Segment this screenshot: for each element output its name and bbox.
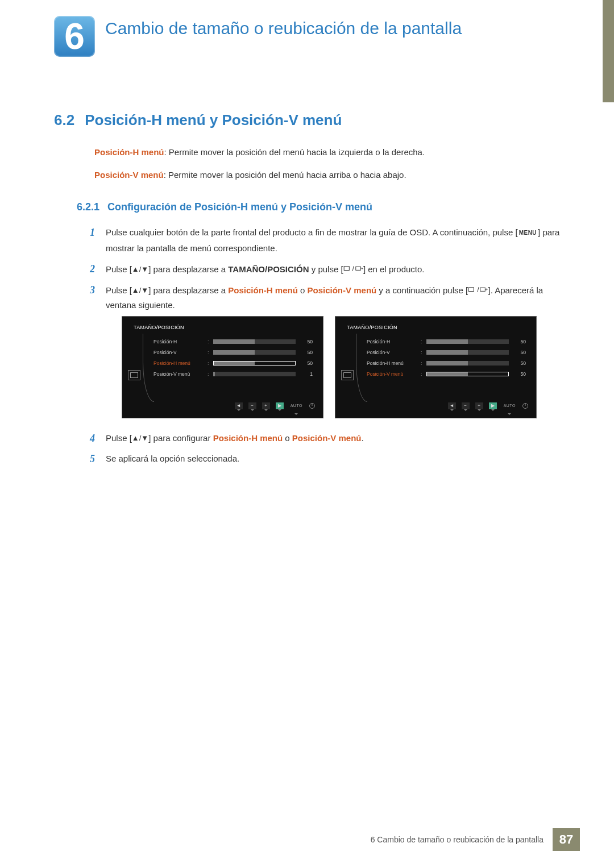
osd-left-button[interactable]: ◄: [235, 402, 243, 409]
intro-text-2: : Permite mover la posición del menú hac…: [164, 170, 406, 180]
step-number: 1: [90, 225, 106, 256]
section-heading: 6.2Posición-H menú y Posición-V menú: [54, 111, 342, 129]
step-highlight: Posición-H menú: [228, 285, 298, 295]
intro-text-1: : Permite mover la posición del menú hac…: [164, 147, 425, 157]
step-2: 2 Pulse [▲/▼] para desplazarse a TAMAÑO/…: [90, 261, 560, 277]
step-3: 3 Pulse [▲/▼] para desplazarse a Posició…: [90, 283, 560, 425]
step-text: Pulse [: [106, 285, 132, 295]
step-text: ] para desplazarse a: [148, 285, 228, 295]
osd-item-bar: [213, 339, 296, 344]
section-number: 6.2: [54, 111, 74, 128]
up-down-icon: ▲/▼: [132, 265, 148, 273]
step-text: y pulse [: [309, 264, 343, 274]
osd-auto-label[interactable]: AUTO: [503, 398, 517, 413]
step-5: 5 Se aplicará la opción seleccionada.: [90, 451, 560, 466]
osd-category-icon: [341, 370, 354, 380]
step-highlight: Posición-H menú: [213, 433, 283, 443]
step-number: 5: [90, 451, 106, 466]
osd-minus-button[interactable]: −: [462, 402, 470, 409]
osd-item-label: Posición-V menú: [154, 367, 208, 381]
osd-item-value: 50: [513, 367, 526, 381]
osd-title: TAMAÑO/POSICIÓN: [347, 320, 397, 335]
osd-button-row: ◄ − + ▶ AUTO: [235, 398, 315, 413]
osd-decor-curve: [143, 334, 154, 402]
step-text: o: [298, 285, 308, 295]
osd-item-bar: [426, 350, 509, 355]
enter-source-icon: /: [468, 283, 488, 297]
intro-term-1: Posición-H menú: [94, 147, 164, 157]
step-number: 2: [90, 261, 106, 277]
svg-rect-2: [468, 288, 474, 292]
svg-rect-1: [356, 267, 361, 270]
menu-icon: MENU: [518, 225, 538, 241]
footer-chapter-label: 6 Cambio de tamaño o reubicación de la p…: [362, 828, 553, 851]
step-1: 1 Pulse cualquier botón de la parte fron…: [90, 225, 560, 256]
step-text: Pulse [: [106, 264, 132, 274]
enter-source-icon: /: [343, 261, 363, 276]
up-down-icon: ▲/▼: [132, 286, 148, 294]
side-accent-bar: [603, 0, 614, 102]
osd-item-colon: :: [208, 367, 213, 381]
osd-auto-label[interactable]: AUTO: [289, 398, 304, 413]
subsection-title: Configuración de Posición-H menú y Posic…: [107, 201, 372, 213]
step-4: 4 Pulse [▲/▼] para configurar Posición-H…: [90, 431, 560, 446]
osd-item-value: 1: [300, 367, 313, 381]
step-highlight: Posición-V menú: [308, 285, 377, 295]
svg-rect-0: [344, 267, 349, 271]
osd-item-bar: [213, 372, 296, 376]
osd-title: TAMAÑO/POSICIÓN: [134, 320, 184, 335]
osd-decor-curve: [356, 334, 367, 402]
osd-category-icon: [128, 370, 140, 380]
page-footer: 6 Cambio de tamaño o reubicación de la p…: [362, 828, 580, 851]
step-number: 3: [90, 283, 106, 425]
svg-rect-3: [480, 288, 486, 291]
step-text: Se aplicará la opción seleccionada.: [106, 454, 239, 463]
step-text: y a continuación pulse [: [376, 285, 468, 295]
chapter-header: 6 Cambio de tamaño o reubicación de la p…: [54, 16, 580, 73]
chapter-title: Cambio de tamaño o reubicación de la pan…: [105, 16, 462, 39]
osd-power-icon[interactable]: [522, 403, 528, 409]
osd-minus-button[interactable]: −: [248, 402, 256, 409]
step-text: Pulse [: [106, 433, 132, 443]
step-text: .: [362, 433, 364, 443]
step-text: ] en el producto.: [363, 264, 425, 274]
step-bold: TAMAÑO/POSICIÓN: [228, 264, 309, 274]
footer-page-number: 87: [553, 828, 580, 851]
osd-item-bar: [426, 339, 509, 344]
steps-list: 1 Pulse cualquier botón de la parte fron…: [90, 225, 560, 472]
subsection-heading: 6.2.1Configuración de Posición-H menú y …: [77, 201, 372, 213]
osd-button-row: ◄ − + ▶ AUTO: [448, 398, 528, 413]
osd-item: Posición-V menú:1: [154, 368, 313, 379]
osd-plus-button[interactable]: +: [262, 402, 270, 409]
section-title: Posición-H menú y Posición-V menú: [85, 111, 342, 128]
step-text: ] para desplazarse a: [148, 264, 228, 274]
step-text: ] para configurar: [148, 433, 213, 443]
osd-item-bar: [426, 361, 509, 366]
osd-left-button[interactable]: ◄: [448, 402, 456, 409]
intro-term-2: Posición-V menú: [94, 170, 164, 180]
osd-item-label: Posición-V menú: [367, 367, 421, 381]
osd-panel-left: TAMAÑO/POSICIÓN Posición-H:50Posición-V:…: [122, 316, 323, 418]
osd-play-button[interactable]: ▶: [489, 402, 497, 409]
up-down-icon: ▲/▼: [132, 434, 148, 442]
step-number: 4: [90, 431, 106, 446]
subsection-number: 6.2.1: [77, 201, 99, 213]
step-highlight: Posición-V menú: [292, 433, 362, 443]
osd-screenshots: TAMAÑO/POSICIÓN Posición-H:50Posición-V:…: [122, 316, 560, 418]
osd-item: Posición-V menú:50: [367, 368, 526, 379]
osd-plus-button[interactable]: +: [475, 402, 483, 409]
osd-power-icon[interactable]: [309, 403, 315, 409]
step-text: Pulse cualquier botón de la parte fronta…: [106, 227, 518, 237]
osd-item-colon: :: [421, 367, 426, 381]
osd-item-bar: [426, 372, 509, 376]
section-intro: Posición-H menú: Permite mover la posici…: [94, 146, 560, 191]
chapter-number-badge: 6: [54, 16, 95, 57]
osd-play-button[interactable]: ▶: [276, 402, 284, 409]
osd-item-bar: [213, 361, 296, 366]
step-text: o: [283, 433, 292, 443]
osd-panel-right: TAMAÑO/POSICIÓN Posición-H:50Posición-V:…: [335, 316, 537, 418]
osd-item-bar: [213, 350, 296, 355]
